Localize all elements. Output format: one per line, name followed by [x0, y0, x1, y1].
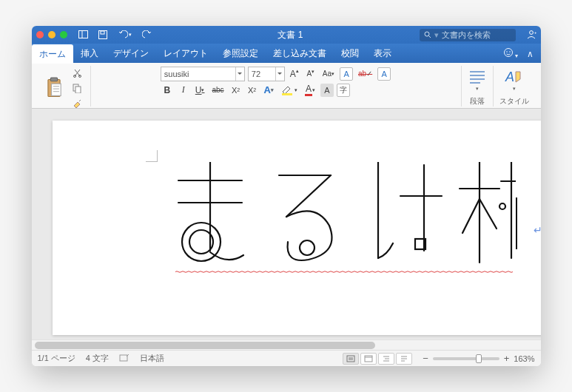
bold-button[interactable]: B [161, 84, 174, 97]
subscript-button[interactable]: X2 [229, 84, 243, 97]
italic-button[interactable]: I [177, 84, 190, 97]
cut-icon[interactable] [70, 66, 84, 79]
account-icon[interactable]: + [526, 29, 536, 41]
svg-point-6 [529, 31, 533, 35]
undo-icon[interactable]: ▾ [115, 28, 134, 41]
clear-format-icon[interactable]: A [340, 67, 353, 81]
ribbon: ペースト suusiki 72 A▴ A▾ Aa▾ A ab✓ A B I U▾ [32, 63, 541, 109]
titlebar: ▾ 文書 1 ▾ 文書内を検索 + [32, 26, 541, 44]
svg-rect-22 [282, 93, 292, 95]
status-bar: 1/1 ページ 4 文字 日本語 − + 163% [32, 350, 541, 366]
svg-rect-48 [365, 356, 372, 362]
zoom-slider[interactable] [433, 357, 499, 360]
svg-point-4 [425, 32, 429, 36]
ribbon-tabs: ホーム 挿入 デザイン レイアウト 参照設定 差し込み文書 校閲 表示 ▾ ∧ [32, 44, 541, 63]
phonetic-guide-icon[interactable]: ab✓ [356, 67, 374, 81]
document-area[interactable]: ↵ [32, 109, 541, 339]
scrollbar-thumb[interactable] [35, 342, 375, 349]
minimize-button[interactable] [48, 31, 55, 38]
copy-icon[interactable] [70, 81, 84, 95]
strike-button[interactable]: abc [209, 84, 226, 97]
paragraph-button[interactable]: ▾ [468, 69, 487, 92]
font-name-field[interactable]: suusiki [161, 67, 245, 81]
svg-rect-44 [120, 355, 127, 361]
feedback-icon[interactable]: ▾ [503, 47, 518, 60]
search-icon [424, 31, 431, 38]
svg-text:A: A [505, 70, 514, 84]
zoom-control: − + 163% [423, 353, 534, 364]
zoom-level[interactable]: 163% [514, 354, 534, 363]
svg-rect-45 [347, 356, 354, 362]
change-case-icon[interactable]: Aa▾ [320, 67, 337, 81]
char-shading-icon[interactable]: A [320, 84, 334, 97]
superscript-button[interactable]: X2 [246, 84, 259, 97]
close-button[interactable] [36, 31, 44, 38]
svg-point-34 [300, 240, 314, 255]
styles-button[interactable]: A ▾ [504, 69, 525, 92]
search-box[interactable]: ▾ 文書内を検索 [420, 29, 516, 41]
svg-point-43 [499, 203, 505, 209]
styles-label: スタイル [499, 95, 529, 107]
outline-view-icon[interactable] [378, 353, 394, 365]
window-controls [36, 31, 67, 38]
tab-home[interactable]: ホーム [32, 44, 73, 64]
page: ↵ [53, 121, 541, 335]
tab-layout[interactable]: レイアウト [156, 44, 215, 63]
clipboard-group: ペースト [38, 66, 91, 107]
redo-icon[interactable] [140, 28, 155, 41]
svg-point-9 [506, 51, 508, 53]
margin-corner-icon [146, 150, 158, 162]
zoom-out-button[interactable]: − [423, 353, 428, 364]
highlight-icon[interactable]: ▾ [279, 84, 300, 97]
paragraph-group: ▾ 段落 [462, 66, 494, 107]
qat-panel-icon[interactable] [76, 28, 90, 41]
document-title: 文書 1 [168, 29, 414, 41]
view-buttons [343, 353, 412, 365]
print-layout-icon[interactable] [343, 353, 359, 365]
tab-references[interactable]: 参照設定 [215, 44, 266, 63]
save-icon[interactable] [96, 28, 110, 41]
qat: ▾ [76, 28, 155, 41]
page-indicator[interactable]: 1/1 ページ [38, 353, 75, 364]
svg-rect-0 [78, 31, 87, 38]
tab-insert[interactable]: 挿入 [73, 44, 106, 63]
svg-rect-2 [98, 31, 107, 39]
svg-line-21 [79, 100, 81, 101]
draft-view-icon[interactable] [396, 353, 412, 365]
char-border-icon[interactable]: A [377, 67, 391, 81]
font-group: suusiki 72 A▴ A▾ Aa▾ A ab✓ A B I U▾ abc … [91, 66, 462, 107]
tab-design[interactable]: デザイン [106, 44, 156, 63]
spellcheck-icon[interactable] [119, 354, 129, 364]
underline-button[interactable]: U▾ [193, 84, 207, 97]
paragraph-label: 段落 [470, 95, 485, 107]
svg-point-10 [509, 51, 511, 53]
language-indicator[interactable]: 日本語 [140, 353, 164, 364]
search-placeholder: 文書内を検索 [442, 30, 491, 41]
svg-text:+: + [534, 30, 536, 35]
svg-rect-3 [101, 31, 104, 34]
grow-font-icon[interactable]: A▴ [288, 67, 301, 81]
collapse-ribbon-icon[interactable]: ∧ [527, 49, 534, 59]
shrink-font-icon[interactable]: A▾ [304, 67, 317, 81]
paste-button[interactable] [44, 77, 64, 99]
svg-point-8 [504, 49, 512, 57]
paragraph-mark-icon: ↵ [534, 224, 541, 236]
styles-group: A ▾ スタイル [494, 66, 535, 107]
tab-view[interactable]: 表示 [366, 44, 399, 63]
zoom-in-button[interactable]: + [504, 353, 510, 364]
web-layout-icon[interactable] [360, 353, 377, 365]
svg-rect-12 [50, 78, 57, 81]
word-window: ▾ 文書 1 ▾ 文書内を検索 + ホーム 挿入 デザイン レイアウト 参照設定… [32, 26, 541, 366]
enclose-char-icon[interactable]: 字 [337, 84, 350, 97]
text-cursor [516, 197, 517, 249]
font-size-field[interactable]: 72 [248, 67, 285, 81]
tab-review[interactable]: 校閲 [334, 44, 366, 63]
text-effects-icon[interactable]: A▾ [262, 84, 276, 97]
horizontal-scrollbar[interactable] [32, 339, 541, 350]
word-count[interactable]: 4 文字 [86, 353, 109, 364]
tab-mailings[interactable]: 差し込み文書 [266, 44, 334, 63]
svg-line-5 [428, 36, 431, 38]
font-color-icon[interactable]: A▾ [303, 84, 317, 97]
maximize-button[interactable] [60, 31, 67, 38]
document-text [175, 162, 516, 280]
